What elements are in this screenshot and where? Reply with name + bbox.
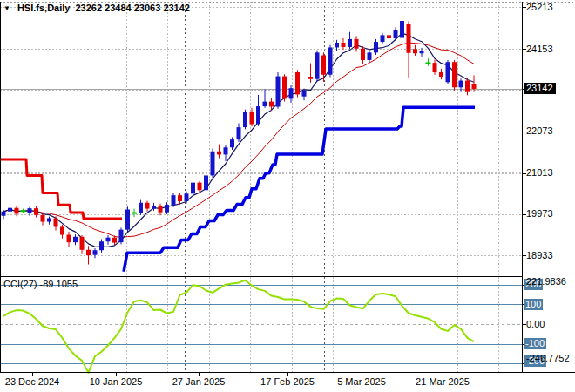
candle	[256, 106, 260, 124]
candle	[452, 62, 457, 87]
date-tick-label: 5 Mar 2025	[337, 376, 386, 388]
candle	[433, 63, 437, 72]
price-tick-label: 18933	[526, 250, 553, 261]
candle	[243, 112, 247, 127]
candle	[263, 102, 267, 106]
candle	[8, 208, 12, 212]
cci-level-label: -100	[524, 338, 546, 349]
candle	[139, 203, 143, 213]
cci-max-label: 221.9836	[526, 276, 566, 287]
candle	[381, 35, 385, 42]
candle	[47, 218, 51, 221]
date-tick-label: 27 Jan 2025	[172, 376, 226, 388]
candle	[302, 91, 307, 97]
candle	[374, 42, 378, 52]
candle	[198, 183, 202, 191]
symbol-timeframe-label: HSI.fs,Daily	[17, 3, 71, 13]
current-price-label: 23142	[524, 83, 556, 94]
candle	[67, 235, 71, 243]
candle	[407, 24, 411, 53]
candle	[106, 238, 111, 242]
candle	[237, 127, 241, 139]
indicator-label: CCI(27) -89.1055	[3, 279, 78, 289]
candle	[446, 62, 450, 82]
candle	[342, 43, 346, 47]
candle	[328, 47, 333, 74]
candle	[93, 250, 98, 254]
candle	[191, 183, 195, 194]
chart-dropdown-icon[interactable]: ▼	[3, 4, 10, 12]
cci-indicator-line	[3, 280, 474, 373]
candle	[439, 72, 443, 77]
candlesticks	[2, 18, 477, 265]
chart-canvas[interactable]	[0, 0, 575, 392]
cci-level-label: 0.00	[526, 319, 545, 330]
candle	[185, 193, 189, 201]
candle	[15, 208, 19, 214]
candle	[41, 215, 45, 222]
price-tick-label: 19973	[526, 208, 553, 220]
doji-candle	[21, 210, 26, 212]
ohlc-values: 23262 23484 23063 23142	[75, 3, 190, 13]
candle	[34, 208, 38, 215]
candle	[211, 152, 215, 176]
candle	[361, 49, 365, 60]
price-tick-label: 21013	[526, 167, 553, 179]
candle	[125, 209, 130, 229]
candle	[387, 35, 391, 38]
chart-title: ▼ HSI.fs,Daily 23262 23484 23063 23142	[3, 3, 190, 13]
candle	[413, 49, 417, 53]
price-tick-label: 22073	[526, 125, 553, 137]
candle	[400, 21, 404, 38]
indicator-name: CCI(27)	[3, 279, 37, 289]
candle	[145, 203, 150, 209]
date-tick-label: 17 Feb 2025	[260, 376, 315, 388]
candle	[152, 206, 156, 209]
candle	[321, 56, 326, 75]
candle	[28, 208, 32, 213]
candle	[178, 195, 182, 201]
candle	[204, 175, 208, 190]
candle	[172, 195, 176, 205]
candle	[295, 72, 300, 94]
candle	[54, 218, 58, 226]
candle	[289, 88, 294, 98]
candle	[308, 77, 313, 79]
candle	[230, 139, 234, 147]
date-tick-label: 10 Jan 2025	[90, 376, 143, 388]
cci-level-label: 100	[524, 299, 543, 310]
candle	[99, 241, 104, 250]
panel-borders	[0, 2, 575, 376]
price-tick-label: 24153	[526, 44, 553, 55]
doji-candle	[132, 213, 137, 214]
indicator-value: -89.1055	[40, 279, 78, 289]
candle	[465, 81, 470, 92]
price-tick-label: 25213	[526, 2, 553, 13]
candle	[269, 102, 274, 107]
candle	[368, 52, 372, 60]
candle	[355, 39, 359, 49]
candle	[2, 212, 6, 216]
doji-candle	[426, 62, 431, 64]
cci-level-lines	[0, 286, 523, 364]
candle	[159, 206, 163, 213]
candle	[315, 52, 320, 78]
candle	[459, 81, 463, 88]
date-tick-label: 21 Mar 2025	[416, 376, 470, 388]
trading-chart-window: ▼ HSI.fs,Daily 23262 23484 23063 23142 C…	[0, 0, 575, 392]
candle	[282, 77, 287, 99]
candle	[335, 43, 339, 47]
candle	[348, 39, 352, 47]
candle	[394, 30, 398, 38]
grid-vertical-lines	[44, 2, 499, 373]
candle	[80, 237, 85, 250]
candle	[250, 112, 254, 124]
date-tick-label: 23 Dec 2024	[5, 376, 59, 388]
candle	[276, 77, 281, 107]
candle	[224, 147, 228, 154]
candle	[472, 84, 477, 89]
candle	[60, 226, 64, 234]
candle	[112, 238, 117, 243]
cci-min-label: -246.7752	[526, 353, 570, 364]
candle	[86, 250, 91, 255]
